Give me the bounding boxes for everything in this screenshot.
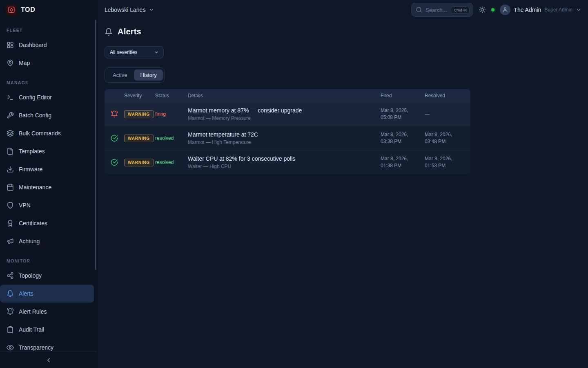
alert-resolved-check-icon bbox=[111, 159, 118, 166]
network-icon bbox=[7, 272, 14, 279]
sidebar-section-manage: Manage bbox=[0, 80, 98, 85]
theme-toggle-button[interactable] bbox=[479, 6, 486, 13]
connection-status-dot bbox=[491, 8, 494, 11]
sidebar-footer bbox=[0, 352, 97, 368]
sidebar-item-label: Map bbox=[19, 60, 30, 66]
sidebar-item-bulk-commands[interactable]: Bulk Commands bbox=[0, 124, 94, 142]
sidebar-item-label: Alert Rules bbox=[19, 308, 47, 315]
alert-title: Walter CPU at 82% for 3 consecutive poll… bbox=[188, 155, 381, 162]
fired-time: Mar 8, 2026, 01:38 PM bbox=[381, 155, 425, 169]
eye-icon bbox=[7, 344, 14, 351]
topbar: Lebowski Lanes Cmd+K The Admin bbox=[98, 0, 588, 20]
sidebar-item-label: Maintenance bbox=[19, 184, 51, 191]
megaphone-icon bbox=[7, 238, 14, 245]
layers-icon bbox=[7, 130, 14, 137]
bell-ring-icon bbox=[7, 308, 14, 315]
sidebar-item-certificates[interactable]: Certificates bbox=[0, 214, 94, 232]
avatar bbox=[500, 4, 510, 15]
sidebar-scrollbar[interactable] bbox=[95, 20, 96, 270]
sidebar-item-map[interactable]: Map bbox=[0, 54, 94, 72]
column-severity: Severity bbox=[124, 93, 155, 99]
sidebar-item-label: Audit Trail bbox=[19, 326, 44, 333]
app-root: TOD Fleet Dashboard Map Manage Config Ed… bbox=[0, 0, 588, 368]
alert-details: Walter CPU at 82% for 3 consecutive poll… bbox=[188, 155, 381, 169]
brand-logo-icon bbox=[6, 4, 17, 16]
sidebar-item-config-editor[interactable]: Config Editor bbox=[0, 88, 94, 106]
sidebar-section-monitor: Monitor bbox=[0, 258, 98, 263]
org-selector[interactable]: Lebowski Lanes bbox=[105, 7, 154, 13]
alerts-table: Severity Status Details Fired Resolved W… bbox=[105, 89, 470, 174]
severity-badge: WARNING bbox=[124, 135, 154, 142]
sidebar-item-label: Transparency bbox=[19, 344, 53, 351]
user-name: The Admin bbox=[514, 7, 541, 13]
alert-title: Marmot memory at 87% — consider upgrade bbox=[188, 107, 381, 114]
page-title: Alerts bbox=[118, 27, 141, 36]
bell-icon bbox=[7, 290, 14, 297]
sidebar-item-label: Topology bbox=[19, 272, 42, 279]
status-text: resolved bbox=[155, 135, 188, 141]
sidebar-item-achtung[interactable]: Achtung bbox=[0, 232, 94, 250]
sidebar-item-topology[interactable]: Topology bbox=[0, 267, 94, 285]
severity-badge: WARNING bbox=[124, 110, 154, 118]
sidebar-item-label: Alerts bbox=[19, 290, 33, 297]
sidebar-item-dashboard[interactable]: Dashboard bbox=[0, 36, 94, 54]
search-input[interactable] bbox=[425, 7, 448, 13]
fired-time: Mar 8, 2026, 05:08 PM bbox=[381, 107, 425, 121]
shield-icon bbox=[7, 202, 14, 209]
severity-filter-select[interactable]: All severities bbox=[105, 46, 164, 58]
chevron-down-icon bbox=[576, 7, 581, 13]
column-fired: Fired bbox=[381, 93, 425, 99]
fired-time: Mar 8, 2026, 03:38 PM bbox=[381, 131, 425, 145]
sidebar-collapse-button[interactable] bbox=[45, 357, 52, 364]
sidebar-item-alert-rules[interactable]: Alert Rules bbox=[0, 303, 94, 321]
resolved-time: Mar 8, 2026, 01:53 PM bbox=[425, 155, 470, 169]
alerts-table-header: Severity Status Details Fired Resolved bbox=[105, 89, 470, 102]
sidebar-item-batch-config[interactable]: Batch Config bbox=[0, 106, 94, 124]
tab-active[interactable]: Active bbox=[107, 70, 133, 81]
chevron-down-icon bbox=[149, 7, 154, 13]
sidebar-nav: Fleet Dashboard Map Manage Config Editor… bbox=[0, 28, 98, 357]
tab-history[interactable]: History bbox=[134, 70, 163, 81]
sun-icon bbox=[479, 6, 486, 13]
severity-filter-value: All severities bbox=[110, 49, 137, 55]
user-role-badge: Super Admin bbox=[544, 7, 572, 13]
sidebar-item-label: Templates bbox=[19, 148, 45, 155]
sidebar-item-templates[interactable]: Templates bbox=[0, 142, 94, 160]
severity-badge: WARNING bbox=[124, 159, 154, 166]
topbar-right: Cmd+K The Admin Super Admin bbox=[411, 3, 581, 17]
column-status: Status bbox=[155, 93, 188, 99]
sidebar-item-audit-trail[interactable]: Audit Trail bbox=[0, 321, 94, 339]
alert-subtitle: Walter — High CPU bbox=[188, 164, 381, 169]
main-area: Lebowski Lanes Cmd+K The Admin bbox=[98, 0, 588, 368]
award-icon bbox=[7, 220, 14, 227]
column-resolved: Resolved bbox=[425, 93, 470, 99]
sidebar-item-label: Achtung bbox=[19, 238, 40, 245]
org-name: Lebowski Lanes bbox=[105, 7, 145, 13]
alerts-page: Alerts All severities Active History Sev… bbox=[98, 20, 588, 174]
alert-row[interactable]: WARNING firing Marmot memory at 87% — co… bbox=[105, 102, 470, 126]
file-icon bbox=[7, 148, 14, 155]
sidebar-item-label: Firmware bbox=[19, 166, 42, 173]
user-menu[interactable]: The Admin Super Admin bbox=[500, 4, 581, 15]
alert-row[interactable]: WARNING resolved Walter CPU at 82% for 3… bbox=[105, 150, 470, 174]
search-shortcut-badge: Cmd+K bbox=[451, 6, 470, 14]
user-icon bbox=[502, 7, 508, 13]
terminal-icon bbox=[7, 94, 14, 101]
sidebar-item-vpn[interactable]: VPN bbox=[0, 196, 94, 214]
download-icon bbox=[7, 166, 14, 173]
alert-firing-bell-icon bbox=[111, 110, 118, 118]
alert-row[interactable]: WARNING resolved Marmot temperature at 7… bbox=[105, 126, 470, 150]
resolved-time: Mar 8, 2026, 03:48 PM bbox=[425, 131, 470, 145]
search-box[interactable]: Cmd+K bbox=[411, 3, 473, 17]
alert-resolved-check-icon bbox=[111, 135, 118, 142]
sidebar-item-maintenance[interactable]: Maintenance bbox=[0, 178, 94, 196]
map-pin-icon bbox=[7, 59, 14, 67]
sidebar-item-alerts[interactable]: Alerts bbox=[0, 285, 94, 303]
alert-state-cell bbox=[105, 159, 124, 166]
search-icon bbox=[416, 7, 422, 13]
status-text: firing bbox=[155, 111, 188, 117]
column-details: Details bbox=[188, 93, 381, 99]
wrench-icon bbox=[7, 112, 14, 119]
sidebar-item-firmware[interactable]: Firmware bbox=[0, 160, 94, 178]
page-header: Alerts bbox=[105, 27, 581, 36]
